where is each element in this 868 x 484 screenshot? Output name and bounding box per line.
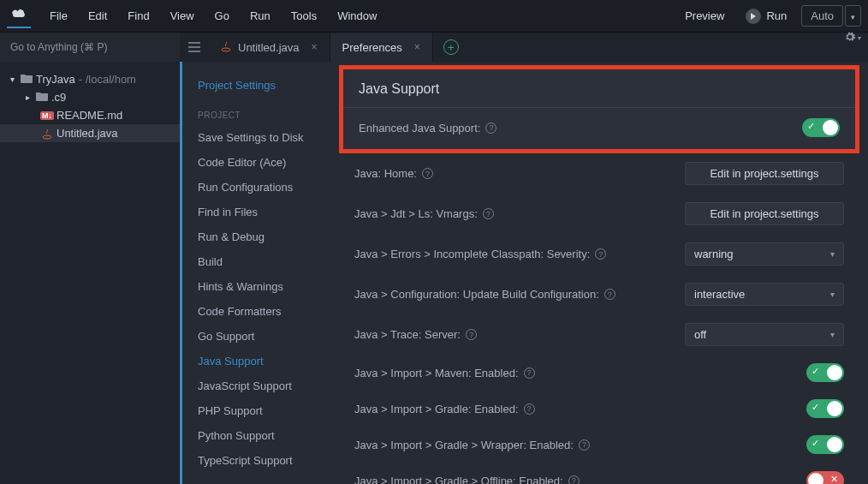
help-icon[interactable]: ? — [579, 439, 590, 451]
tab-preferences[interactable]: Preferences × — [330, 33, 433, 62]
edit-project-settings-button[interactable]: Edit in project.settings — [685, 162, 844, 185]
java-file-icon — [41, 128, 53, 140]
tree-root-path: - /local/hom — [79, 73, 136, 86]
tree-readme-label: README.md — [56, 109, 122, 122]
toggle-gradle-wrapper[interactable]: ✓ — [806, 435, 844, 454]
menu-window[interactable]: Window — [327, 9, 387, 22]
select-value: warning — [694, 248, 734, 260]
tree-root[interactable]: ▾ TryJava - /local/hom — [0, 70, 180, 88]
menu-go[interactable]: Go — [205, 9, 240, 22]
toggle-gradle-offline[interactable]: ✕ — [806, 471, 844, 484]
menu-find[interactable]: Find — [117, 9, 159, 22]
nav-header-project: PROJECT — [182, 104, 334, 125]
auto-dropdown[interactable]: ▾ — [845, 5, 861, 27]
nav-python-support[interactable]: Python Support — [182, 423, 334, 448]
run-label: Run — [766, 9, 787, 22]
toggle-enhanced-java[interactable]: ✓ — [802, 118, 840, 137]
menu-tools[interactable]: Tools — [281, 9, 327, 22]
chevron-down-icon[interactable]: ▾ — [858, 34, 861, 42]
nav-formatters[interactable]: Code Formatters — [182, 299, 334, 324]
select-trace-server[interactable]: off ▾ — [685, 323, 844, 346]
folder-icon — [21, 73, 33, 86]
go-to-anything[interactable]: Go to Anything (⌘ P) — [0, 33, 180, 62]
label-java-home: Java: Home: — [354, 167, 417, 180]
auto-button[interactable]: Auto — [801, 5, 843, 27]
settings-sidebar: Project Settings PROJECT Save Settings t… — [180, 62, 334, 484]
svg-point-1 — [222, 48, 230, 51]
select-classpath-severity[interactable]: warning ▾ — [685, 242, 844, 266]
tree-c9-folder[interactable]: ▸ .c9 — [0, 88, 180, 106]
tree-untitled-label: Untitled.java — [56, 127, 118, 140]
tree-c9-label: .c9 — [51, 91, 66, 104]
select-build-config[interactable]: interactive ▾ — [685, 283, 844, 306]
caret-right-icon: ▸ — [26, 93, 33, 102]
section-title: Java Support — [343, 69, 855, 108]
nav-save-settings[interactable]: Save Settings to Disk — [182, 125, 334, 150]
label-enhanced: Enhanced Java Support: — [359, 122, 480, 134]
folder-icon — [36, 91, 48, 104]
nav-hints[interactable]: Hints & Warnings — [182, 274, 334, 299]
chevron-down-icon: ▾ — [830, 290, 835, 299]
label-gradle: Java > Import > Gradle: Enabled: — [354, 403, 519, 415]
tree-readme-file[interactable]: M↓ README.md — [0, 106, 180, 124]
nav-code-editor[interactable]: Code Editor (Ace) — [182, 150, 334, 175]
help-icon[interactable]: ? — [485, 122, 496, 134]
gear-icon[interactable] — [844, 31, 856, 45]
menu-edit[interactable]: Edit — [78, 9, 117, 22]
plus-icon: + — [443, 39, 459, 55]
nav-run-debug[interactable]: Run & Debug — [182, 224, 334, 249]
nav-php-support[interactable]: PHP Support — [182, 398, 334, 423]
check-icon: ✓ — [807, 121, 815, 132]
highlighted-section: Java Support Enhanced Java Support: ? ✓ — [339, 65, 859, 153]
menu-run[interactable]: Run — [240, 9, 281, 22]
tree-root-name: TryJava — [36, 73, 75, 86]
new-tab-button[interactable]: + — [433, 33, 469, 62]
chevron-down-icon: ▾ — [830, 330, 835, 339]
nav-run-config[interactable]: Run Configurations — [182, 175, 334, 200]
check-icon: ✓ — [812, 438, 819, 449]
nav-build[interactable]: Build — [182, 249, 334, 274]
help-icon[interactable]: ? — [466, 329, 477, 340]
chevron-down-icon: ▾ — [830, 249, 835, 259]
toggle-maven[interactable]: ✓ — [806, 363, 844, 382]
close-icon[interactable]: × — [312, 41, 318, 53]
editor-area: Untitled.java × Preferences × + Project … — [180, 33, 868, 484]
help-icon[interactable]: ? — [604, 289, 615, 300]
row-gradle-offline: Java > Import > Gradle > Offline: Enable… — [339, 463, 859, 484]
menu-file[interactable]: File — [39, 9, 78, 22]
settings-panel: Java Support Enhanced Java Support: ? ✓ — [334, 62, 868, 484]
select-value: interactive — [694, 288, 745, 301]
cloud9-logo[interactable] — [7, 4, 31, 28]
label-trace: Java > Trace: Server: — [354, 328, 461, 341]
run-button[interactable]: Run — [734, 4, 798, 28]
play-icon — [746, 9, 761, 24]
row-classpath: Java > Errors > Incomplete Classpath: Se… — [339, 234, 859, 274]
toggle-gradle[interactable]: ✓ — [806, 399, 844, 418]
nav-js-support[interactable]: JavaScript Support — [182, 373, 334, 398]
tab-list-icon[interactable] — [180, 33, 209, 62]
cloud-icon — [10, 8, 27, 23]
label-offline: Java > Import > Gradle > Offline: Enable… — [354, 475, 563, 485]
menu-view[interactable]: View — [160, 9, 205, 22]
help-icon[interactable]: ? — [524, 403, 535, 415]
help-icon[interactable]: ? — [422, 168, 433, 179]
help-icon[interactable]: ? — [568, 475, 580, 485]
close-icon[interactable]: × — [414, 41, 420, 53]
nav-find-files[interactable]: Find in Files — [182, 200, 334, 224]
tree-untitled-java[interactable]: Untitled.java — [0, 124, 180, 142]
tab-prefs-label: Preferences — [342, 41, 402, 54]
edit-project-settings-button[interactable]: Edit in project.settings — [685, 202, 844, 225]
editor-tabs: Untitled.java × Preferences × + — [180, 33, 868, 62]
nav-java-support[interactable]: Java Support — [181, 349, 334, 373]
preview-button[interactable]: Preview — [675, 6, 734, 26]
nav-project-settings[interactable]: Project Settings — [182, 70, 334, 104]
help-icon[interactable]: ? — [524, 367, 535, 379]
help-icon[interactable]: ? — [595, 248, 606, 260]
x-icon: ✕ — [830, 474, 838, 484]
nav-ts-support[interactable]: TypeScript Support — [182, 448, 334, 473]
help-icon[interactable]: ? — [483, 208, 494, 219]
row-java-home: Java: Home: ? Edit in project.settings — [339, 153, 859, 194]
nav-go-support[interactable]: Go Support — [182, 324, 334, 349]
tab-untitled-java[interactable]: Untitled.java × — [209, 33, 330, 62]
label-vmargs: Java > Jdt > Ls: Vmargs: — [354, 207, 478, 220]
